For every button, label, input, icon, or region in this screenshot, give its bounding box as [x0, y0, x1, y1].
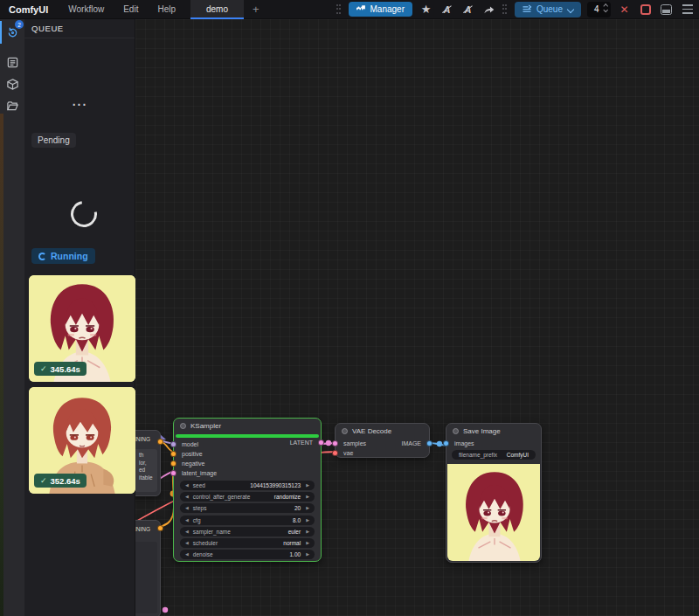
queue-sidebar-panel: QUEUE ... Pending Running ✓ 345.64s ✓ 35… [24, 19, 135, 616]
node-header[interactable]: Save Image [446, 424, 541, 439]
decrement-icon[interactable]: ◀ [185, 506, 189, 510]
queue-result-thumbnail[interactable]: ✓ 352.64s [29, 387, 135, 494]
vae-input-dot[interactable] [332, 450, 338, 456]
latent-image-input-dot[interactable] [170, 470, 176, 476]
decrement-icon[interactable] [604, 9, 608, 13]
menu-burger-button[interactable] [680, 2, 695, 17]
drag-grip-icon[interactable] [502, 4, 509, 15]
spellcheck-toggle-icon[interactable]: A [460, 2, 475, 17]
increment-icon[interactable]: ▶ [306, 506, 309, 510]
increment-icon[interactable]: ▶ [306, 541, 309, 545]
workflow-tab-demo[interactable]: demo [190, 0, 244, 19]
batch-count-input[interactable]: 4 [587, 2, 611, 17]
node-title: KSampler [190, 422, 221, 430]
running-section-label[interactable]: Running [31, 248, 95, 264]
widget-steps[interactable]: ◀ steps 20 ▶ [180, 503, 315, 513]
decrement-icon[interactable]: ◀ [185, 495, 189, 499]
node-ksampler[interactable]: KSampler model LATENT positive negative … [173, 418, 322, 562]
collapse-dot-icon[interactable] [342, 428, 348, 434]
queue-list-icon [522, 4, 532, 14]
conditioning-output-dot[interactable] [157, 525, 163, 531]
manager-button[interactable]: Manager [349, 2, 412, 17]
input-slot-positive[interactable]: positive [174, 449, 321, 459]
sidebar-item-queue[interactable]: 2 [0, 19, 24, 45]
sidebar-item-workflows[interactable] [0, 93, 24, 119]
queue-count-badge: 2 [15, 20, 24, 29]
check-icon: ✓ [40, 364, 47, 373]
autocomplete-toggle-icon[interactable]: A [439, 2, 454, 17]
widget-cfg[interactable]: ◀ cfg 8.0 ▶ [180, 516, 315, 525]
node-save-image[interactable]: Save Image images filename_prefix ComfyU… [446, 423, 542, 563]
increment-icon[interactable]: ▶ [306, 483, 309, 488]
new-workflow-button[interactable]: + [244, 3, 268, 16]
check-icon: ✓ [40, 476, 47, 485]
output-slot-image[interactable]: IMAGE [401, 439, 429, 448]
decrement-icon[interactable]: ◀ [185, 483, 189, 488]
star-button[interactable]: ★ [419, 2, 433, 17]
queue-more-button[interactable]: ... [24, 94, 135, 108]
collapse-dot-icon[interactable] [180, 423, 186, 429]
pending-section-label[interactable]: Pending [31, 133, 76, 148]
menu-edit[interactable]: Edit [114, 4, 148, 14]
queue-button[interactable]: Queue [515, 2, 581, 17]
app-logo[interactable]: ComfyUI [0, 4, 59, 15]
decrement-icon[interactable]: ◀ [185, 518, 189, 523]
node-vae-decode[interactable]: VAE Decode samples IMAGE vae [335, 423, 430, 458]
node-library-icon [6, 56, 19, 69]
decrement-icon[interactable]: ◀ [185, 552, 189, 557]
latent-output-dot[interactable] [318, 440, 324, 446]
chevron-down-icon[interactable] [567, 6, 574, 13]
menu-workflow[interactable]: Workflow [59, 4, 114, 14]
increment-icon[interactable]: ▶ [306, 529, 309, 534]
widget-denoise[interactable]: ◀ denoise 1.00 ▶ [180, 550, 315, 559]
negative-input-dot[interactable] [170, 460, 176, 467]
conditioning-output-dot[interactable] [157, 439, 163, 445]
node-title: VAE Decode [352, 427, 391, 435]
increment-icon[interactable]: ▶ [306, 495, 309, 499]
cancel-run-button[interactable]: ✕ [617, 2, 632, 17]
increment-icon[interactable]: ▶ [306, 552, 309, 557]
widget-filename-prefix[interactable]: filename_prefix ComfyUI [452, 450, 536, 460]
model-box-icon [6, 78, 19, 91]
positive-input-dot[interactable] [170, 451, 176, 457]
widget-scheduler[interactable]: ◀ scheduler normal ▶ [180, 538, 315, 548]
increment-icon[interactable]: ▶ [306, 518, 309, 523]
widget-seed[interactable]: ◀ seed 1044153990315123 ▶ [180, 481, 315, 490]
node-header[interactable]: KSampler [174, 419, 321, 433]
input-slot-latent-image[interactable]: latent_image [174, 468, 321, 478]
node-header[interactable]: VAE Decode [336, 424, 429, 439]
bottom-panel-toggle-button[interactable] [659, 2, 674, 17]
queue-panel-title: QUEUE [24, 19, 135, 38]
duration-badge: ✓ 352.64s [34, 474, 87, 488]
input-slot-vae[interactable]: vae [336, 448, 429, 458]
image-output-dot[interactable] [426, 440, 433, 446]
open-folder-icon [6, 100, 19, 113]
puzzle-icon [356, 4, 366, 14]
comfyui-window: NNING th lor, ed itable NNING KSampler m… [0, 0, 699, 616]
input-slot-negative[interactable]: negative [174, 459, 321, 468]
input-slot-images[interactable]: images [446, 439, 541, 448]
decrement-icon[interactable]: ◀ [185, 541, 189, 545]
samples-input-dot[interactable] [332, 440, 338, 446]
collapse-dot-icon[interactable] [453, 428, 459, 434]
sidebar-rail: 2 [0, 19, 24, 616]
stop-button[interactable] [638, 2, 653, 17]
output-slot-latent[interactable]: LATENT [290, 438, 321, 447]
desktop-wallpaper-edge [0, 114, 3, 616]
node-title: Save Image [463, 427, 501, 435]
duration-badge: ✓ 345.64s [34, 362, 87, 376]
share-arrow-icon [483, 4, 495, 15]
model-input-dot[interactable] [170, 441, 176, 447]
widget-control-after-generate[interactable]: ◀ control_after_generate randomize ▶ [180, 492, 315, 502]
share-button[interactable] [481, 2, 496, 17]
decrement-icon[interactable]: ◀ [185, 529, 189, 534]
top-menubar: ComfyUI Workflow Edit Help demo + Manage… [0, 0, 699, 19]
queue-result-thumbnail[interactable]: ✓ 345.64s [29, 275, 135, 382]
menu-help[interactable]: Help [148, 4, 185, 14]
saved-image-preview[interactable] [447, 464, 540, 561]
widget-sampler-name[interactable]: ◀ sampler_name euler ▶ [180, 527, 315, 536]
images-input-dot[interactable] [443, 440, 449, 446]
loading-spinner [66, 196, 102, 232]
running-spinner-icon [38, 253, 46, 260]
drag-grip-icon[interactable] [336, 4, 343, 15]
